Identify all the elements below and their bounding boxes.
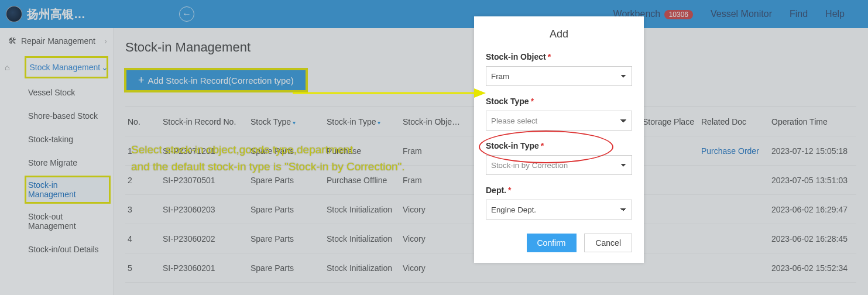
label-stock-in-type: Stock-in Type* xyxy=(486,141,632,150)
label-in-type-text: Stock-in Type xyxy=(486,141,539,150)
label-dept-text: Dept. xyxy=(486,186,506,195)
label-object-text: Stock-in Object xyxy=(486,52,546,61)
confirm-button[interactable]: Confirm xyxy=(527,234,577,252)
modal-title: Add xyxy=(486,28,632,40)
select-stock-in-object[interactable]: Fram xyxy=(486,66,632,86)
label-stock-type-text: Stock Type xyxy=(486,97,529,106)
cancel-button[interactable]: Cancel xyxy=(584,234,632,252)
select-dept[interactable]: Engine Dept. xyxy=(486,200,632,219)
modal-backdrop xyxy=(0,0,868,295)
label-stock-in-object: Stock-in Object* xyxy=(486,52,632,61)
label-stock-type: Stock Type* xyxy=(486,97,632,106)
select-stock-in-type[interactable]: Stock-in by Correction xyxy=(486,155,632,175)
add-modal: Add Stock-in Object* Fram Stock Type* Pl… xyxy=(474,16,644,263)
label-dept: Dept.* xyxy=(486,186,632,195)
select-stock-type[interactable]: Please select xyxy=(486,111,632,131)
